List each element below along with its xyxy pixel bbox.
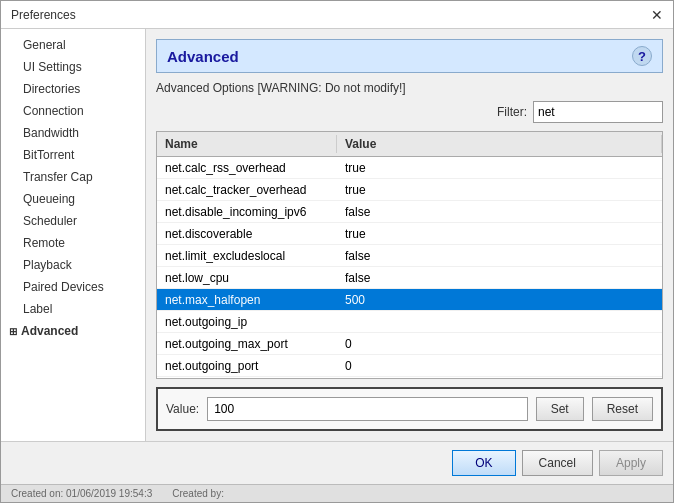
settings-table: Name Value net.calc_rss_overheadtruenet.… — [156, 131, 663, 379]
cell-value: true — [337, 159, 662, 177]
ok-button[interactable]: OK — [452, 450, 515, 476]
preferences-window: Preferences ✕ GeneralUI SettingsDirector… — [0, 0, 674, 503]
sidebar-item-label: UI Settings — [23, 60, 82, 74]
cell-name: net.discoverable — [157, 225, 337, 243]
cancel-button[interactable]: Cancel — [522, 450, 593, 476]
table-row[interactable]: net.calc_rss_overheadtrue — [157, 157, 662, 179]
sidebar-item-bittorrent[interactable]: BitTorrent — [1, 144, 145, 166]
cell-value: 0 — [337, 335, 662, 353]
status-strip: Created on: 01/06/2019 19:54:3 Created b… — [1, 484, 673, 502]
sidebar-item-label: Paired Devices — [23, 280, 104, 294]
sidebar-item-general[interactable]: General — [1, 34, 145, 56]
cell-value: false — [337, 269, 662, 287]
sidebar-item-label: Directories — [23, 82, 80, 96]
set-button[interactable]: Set — [536, 397, 584, 421]
apply-button[interactable]: Apply — [599, 450, 663, 476]
cell-value: 500 — [337, 291, 662, 309]
table-row[interactable]: net.outgoing_max_port0 — [157, 333, 662, 355]
panel-header: Advanced ? — [156, 39, 663, 73]
filter-input[interactable] — [533, 101, 663, 123]
cell-value: false — [337, 247, 662, 265]
value-editor: Value: Set Reset — [156, 387, 663, 431]
filter-label: Filter: — [497, 105, 527, 119]
sidebar-item-label: Advanced — [21, 324, 78, 338]
cell-value: 0 — [337, 357, 662, 375]
cell-value: true — [337, 181, 662, 199]
expand-icon: ⊞ — [9, 326, 17, 337]
panel-title: Advanced — [167, 48, 239, 65]
sidebar-item-advanced[interactable]: ⊞Advanced — [1, 320, 145, 342]
sidebar-item-label: Queueing — [23, 192, 75, 206]
sidebar-item-directories[interactable]: Directories — [1, 78, 145, 100]
sidebar-item-transfer-cap[interactable]: Transfer Cap — [1, 166, 145, 188]
table-row[interactable]: net.max_halfopen500 — [157, 289, 662, 311]
sidebar-item-label: Scheduler — [23, 214, 77, 228]
table-row[interactable]: net.limit_excludeslocalfalse — [157, 245, 662, 267]
sidebar-item-remote[interactable]: Remote — [1, 232, 145, 254]
cell-value: true — [337, 225, 662, 243]
table-row[interactable]: net.disable_incoming_ipv6false — [157, 201, 662, 223]
sidebar-item-label: Label — [23, 302, 52, 316]
table-header: Name Value — [157, 132, 662, 157]
table-row[interactable]: net.low_cpufalse — [157, 267, 662, 289]
status-right: Created by: — [172, 488, 224, 499]
cell-name: net.calc_rss_overhead — [157, 159, 337, 177]
table-row[interactable]: net.outgoing_port0 — [157, 355, 662, 377]
sidebar-item-bandwidth[interactable]: Bandwidth — [1, 122, 145, 144]
table-row[interactable]: net.discoverabletrue — [157, 223, 662, 245]
bottom-bar: OK Cancel Apply — [1, 441, 673, 484]
sidebar-item-label: Transfer Cap — [23, 170, 93, 184]
column-header-name: Name — [157, 135, 337, 153]
sidebar: GeneralUI SettingsDirectoriesConnectionB… — [1, 29, 146, 441]
filter-row: Filter: — [156, 101, 663, 123]
close-button[interactable]: ✕ — [651, 8, 663, 22]
value-label: Value: — [166, 402, 199, 416]
status-left: Created on: 01/06/2019 19:54:3 — [11, 488, 152, 499]
table-row[interactable]: net.upnp_tcp_onlyfalse — [157, 377, 662, 378]
warning-text: Advanced Options [WARNING: Do not modify… — [156, 81, 663, 95]
cell-name: net.limit_excludeslocal — [157, 247, 337, 265]
value-input[interactable] — [207, 397, 527, 421]
cell-name: net.low_cpu — [157, 269, 337, 287]
cell-name: net.outgoing_port — [157, 357, 337, 375]
sidebar-item-ui-settings[interactable]: UI Settings — [1, 56, 145, 78]
table-body: net.calc_rss_overheadtruenet.calc_tracke… — [157, 157, 662, 378]
sidebar-item-playback[interactable]: Playback — [1, 254, 145, 276]
cell-name: net.max_halfopen — [157, 291, 337, 309]
sidebar-item-label[interactable]: Label — [1, 298, 145, 320]
sidebar-item-queueing[interactable]: Queueing — [1, 188, 145, 210]
table-row[interactable]: net.calc_tracker_overheadtrue — [157, 179, 662, 201]
titlebar: Preferences ✕ — [1, 1, 673, 29]
cell-name: net.outgoing_max_port — [157, 335, 337, 353]
sidebar-item-label: Playback — [23, 258, 72, 272]
window-title: Preferences — [11, 8, 76, 22]
cell-name: net.disable_incoming_ipv6 — [157, 203, 337, 221]
cell-value: false — [337, 203, 662, 221]
sidebar-item-label: General — [23, 38, 66, 52]
help-button[interactable]: ? — [632, 46, 652, 66]
cell-name: net.outgoing_ip — [157, 313, 337, 331]
sidebar-item-scheduler[interactable]: Scheduler — [1, 210, 145, 232]
window-body: GeneralUI SettingsDirectoriesConnectionB… — [1, 29, 673, 441]
sidebar-item-label: Bandwidth — [23, 126, 79, 140]
sidebar-item-label: Connection — [23, 104, 84, 118]
sidebar-item-connection[interactable]: Connection — [1, 100, 145, 122]
cell-value — [337, 320, 662, 324]
reset-button[interactable]: Reset — [592, 397, 653, 421]
main-content: Advanced ? Advanced Options [WARNING: Do… — [146, 29, 673, 441]
sidebar-item-label: Remote — [23, 236, 65, 250]
sidebar-item-paired-devices[interactable]: Paired Devices — [1, 276, 145, 298]
sidebar-item-label: BitTorrent — [23, 148, 74, 162]
table-row[interactable]: net.outgoing_ip — [157, 311, 662, 333]
cell-name: net.calc_tracker_overhead — [157, 181, 337, 199]
column-header-value: Value — [337, 135, 662, 153]
